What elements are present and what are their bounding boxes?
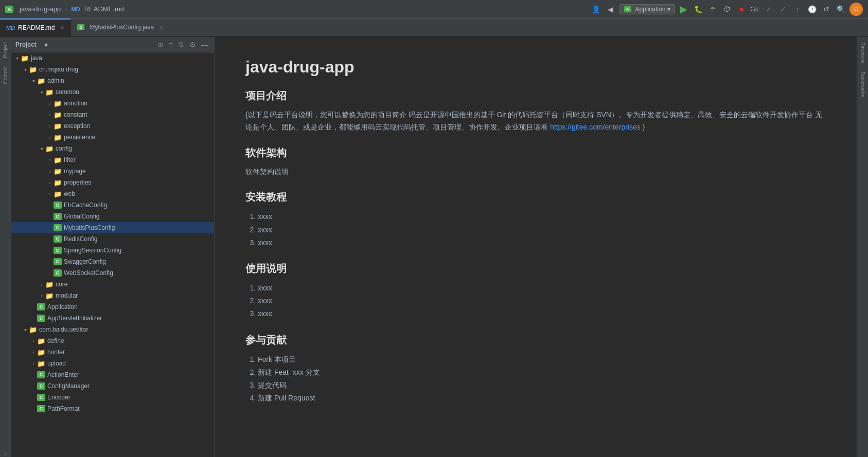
tree-item[interactable]: ›📁constant xyxy=(11,109,214,120)
git-history-icon[interactable]: 🕐 xyxy=(806,4,818,15)
bookmarks-label[interactable]: Bookmarks xyxy=(860,71,865,97)
tree-item[interactable]: CSpringSessionConfig xyxy=(11,245,214,256)
readme-tab-close[interactable]: ✕ xyxy=(60,25,64,31)
tree-item[interactable]: ▾📁config xyxy=(11,143,214,154)
tree-item-label: properties xyxy=(64,179,91,186)
tree-item-label: java xyxy=(31,54,42,62)
tree-item[interactable]: CRedisConfig xyxy=(11,233,214,245)
tree-item[interactable]: ›📁persistence xyxy=(11,132,214,143)
list-item: Fork 本项目 xyxy=(258,353,826,366)
tree-item[interactable]: CPathFormat xyxy=(11,403,214,414)
readme-tab-label: README.md xyxy=(18,24,55,31)
tree-item-label: RedisConfig xyxy=(64,235,97,243)
tree-item[interactable]: ›📁mypage xyxy=(11,166,214,177)
titlebar: A java-drug-app › MD README.md 👤 ◀ A App… xyxy=(0,0,868,19)
tree-item[interactable]: ›📁web xyxy=(11,188,214,199)
tab-readme[interactable]: MD README.md ✕ xyxy=(0,19,71,36)
stop-button[interactable]: ■ xyxy=(736,4,747,15)
panel-settings-icon[interactable]: ⚙ xyxy=(188,40,198,49)
git-check2[interactable]: ✓ xyxy=(777,4,789,15)
tree-item-label: SpringSessionConfig xyxy=(64,247,121,254)
tree-item[interactable]: ▾📁com.baidu.ueditor xyxy=(11,324,214,335)
tree-item[interactable]: ›📁define xyxy=(11,335,214,346)
folder-icon: 📁 xyxy=(45,88,54,96)
tree-item-label: ConfigManager xyxy=(47,382,90,390)
folder-icon: 📁 xyxy=(54,179,62,187)
git-revert-icon[interactable]: ↺ xyxy=(821,4,832,15)
list-item: xxxx xyxy=(258,224,826,236)
profile-button[interactable]: ⏱ xyxy=(721,4,733,15)
search-button[interactable]: 🔍 xyxy=(835,4,846,15)
tree-item-label: web xyxy=(64,190,75,197)
tree-item[interactable]: CMybatisPlusConfig xyxy=(11,222,214,233)
folder-icon: 📁 xyxy=(37,360,45,368)
list-item: xxxx xyxy=(258,307,826,320)
mybatis-tab-close[interactable]: ✕ xyxy=(159,24,164,31)
project-title: java-drug-app xyxy=(20,5,61,13)
sidebar-project-label[interactable]: Project xyxy=(3,42,8,58)
tree-container[interactable]: ▾📁java▾📁cn.mqstu.drug▾📁admin▾📁common›📁an… xyxy=(11,52,214,457)
run-configuration[interactable]: A Application ▾ xyxy=(619,4,676,14)
tree-item-label: hunter xyxy=(47,349,65,356)
tree-item[interactable]: ›📁filter xyxy=(11,154,214,166)
coverage-button[interactable]: ☂ xyxy=(707,4,718,15)
git-push-icon[interactable]: ↑ xyxy=(792,4,803,15)
sidebar-commit-label[interactable]: Commit xyxy=(3,66,8,84)
panel-collapse-icon[interactable]: ≡ xyxy=(167,40,174,49)
list-item: xxxx xyxy=(258,236,826,249)
tree-item-label: Encoder xyxy=(47,394,70,401)
tree-item[interactable]: ›📁annotion xyxy=(11,98,214,109)
panel-sort-icon[interactable]: ⇅ xyxy=(176,40,186,49)
main-layout: Project Commit ☆ Project ▾ ⊕ ≡ ⇅ ⚙ — ▾📁j… xyxy=(0,37,868,457)
tree-item[interactable]: CConfigManager xyxy=(11,380,214,392)
tree-item[interactable]: ›📁exception xyxy=(11,120,214,132)
tree-item-label: mypage xyxy=(64,168,86,175)
section1-link[interactable]: https://gitee.com/enterprises xyxy=(550,123,641,131)
tree-item-label: admin xyxy=(47,77,64,84)
tree-item[interactable]: ▾📁java xyxy=(11,52,214,64)
panel-hide-icon[interactable]: — xyxy=(200,40,210,49)
tab-mybatis[interactable]: C MybatisPlusConfig.java ✕ xyxy=(71,19,170,36)
tree-item[interactable]: ▾📁common xyxy=(11,86,214,98)
tree-item[interactable]: ›📁hunter xyxy=(11,346,214,358)
folder-icon: 📁 xyxy=(54,111,62,119)
tabbar: MD README.md ✕ C MybatisPlusConfig.java … xyxy=(0,19,868,37)
tree-item-label: modular xyxy=(56,292,78,299)
tree-item[interactable]: ›📁modular xyxy=(11,290,214,301)
tree-item[interactable]: CActionEnter xyxy=(11,369,214,380)
tree-item[interactable]: CEncoder xyxy=(11,392,214,403)
tree-item-label: ActionEnter xyxy=(47,371,79,378)
tree-item[interactable]: ▾📁admin xyxy=(11,75,214,86)
file-title: README.md xyxy=(84,5,124,13)
tree-item[interactable]: CEhCacheConfig xyxy=(11,199,214,211)
tree-item[interactable]: ›📁properties xyxy=(11,177,214,188)
class-icon: C xyxy=(54,247,62,254)
tree-item[interactable]: CWebSocketConfig xyxy=(11,267,214,279)
structure-label[interactable]: Structure xyxy=(860,42,865,63)
tree-item[interactable]: CAppServletInitializer xyxy=(11,313,214,324)
tree-item-label: exception xyxy=(64,122,90,130)
back-icon[interactable]: ◀ xyxy=(605,4,616,15)
section1-p1-prefix: {以下是码云平台说明，您可以替换为您的项目简介 xyxy=(245,111,406,119)
debug-button[interactable]: 🐛 xyxy=(693,4,704,15)
tree-item-label: upload xyxy=(47,360,66,367)
run-button[interactable]: ▶ xyxy=(678,4,689,15)
tree-item-label: annotion xyxy=(64,100,87,107)
user-icon[interactable]: 👤 xyxy=(591,4,602,15)
tree-item[interactable]: CSwaggerConfig xyxy=(11,256,214,267)
tree-item-label: config xyxy=(56,145,72,152)
sidebar-bookmarks-label[interactable]: ☆ xyxy=(3,451,8,457)
panel-new-icon[interactable]: ⊕ xyxy=(156,40,165,49)
avatar[interactable]: U xyxy=(849,3,863,16)
tree-item[interactable]: CApplication xyxy=(11,301,214,313)
usage-list: xxxxxxxxxxxx xyxy=(245,282,826,321)
readme-tab-icon: MD xyxy=(6,25,15,31)
tree-item[interactable]: CGlobalConfig xyxy=(11,211,214,222)
tree-item[interactable]: ›📁core xyxy=(11,279,214,290)
right-sidebar-strip: Structure Bookmarks xyxy=(857,37,868,457)
tree-item[interactable]: ▾📁cn.mqstu.drug xyxy=(11,64,214,75)
git-check1[interactable]: ✓ xyxy=(763,4,774,15)
tree-item-label: core xyxy=(56,281,67,288)
folder-icon: 📁 xyxy=(29,66,37,74)
tree-item[interactable]: ›📁upload xyxy=(11,358,214,369)
